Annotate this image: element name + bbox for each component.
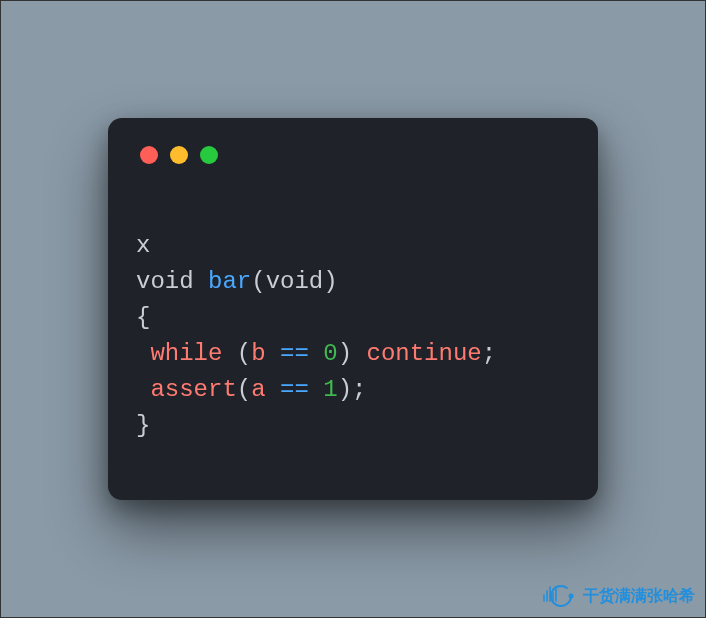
code-line-4: while (b == 0) continue;	[136, 340, 496, 367]
svg-point-0	[569, 594, 574, 599]
traffic-lights	[136, 146, 570, 164]
close-icon[interactable]	[140, 146, 158, 164]
token-continue: continue	[366, 340, 481, 367]
token-while: while	[150, 340, 222, 367]
zoom-icon[interactable]	[200, 146, 218, 164]
watermark: 干货满满张哈希	[541, 581, 695, 611]
token-eqeq: ==	[280, 340, 309, 367]
code-line-3: {	[136, 304, 150, 331]
token-eqeq-2: ==	[280, 376, 309, 403]
watermark-text: 干货满满张哈希	[583, 586, 695, 607]
token-b: b	[251, 340, 265, 367]
minimize-icon[interactable]	[170, 146, 188, 164]
token-x: x	[136, 232, 150, 259]
token-func-bar: bar	[208, 268, 251, 295]
code-block: x void bar(void) { while (b == 0) contin…	[136, 192, 570, 444]
code-line-6: }	[136, 412, 150, 439]
code-window: x void bar(void) { while (b == 0) contin…	[108, 118, 598, 500]
token-assert: assert	[150, 376, 236, 403]
code-line-5: assert(a == 1);	[136, 376, 366, 403]
token-1: 1	[323, 376, 337, 403]
token-void-param: void	[266, 268, 324, 295]
token-a: a	[251, 376, 265, 403]
watermark-icon	[541, 581, 577, 611]
token-void: void	[136, 268, 194, 295]
code-line-2: void bar(void)	[136, 268, 338, 295]
token-0: 0	[323, 340, 337, 367]
code-line-1: x	[136, 232, 150, 259]
